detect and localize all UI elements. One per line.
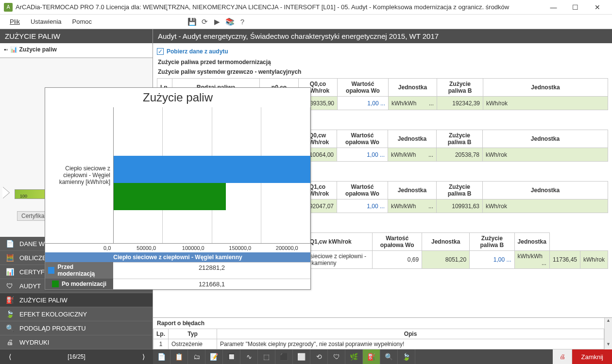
section-title: Zużycie paliwa przed termomodernizacją <box>157 57 608 67</box>
chart-plot-area <box>113 107 310 243</box>
tb-rect2-icon[interactable]: ⬛ <box>275 349 293 364</box>
tb-rect3-icon[interactable]: ⬜ <box>293 349 310 364</box>
bottom-toolbar: 📄 📋 🗂 📝 🔲 ∿ ⬚ ⬛ ⬜ ⟲ 🛡 🌿 ⛽ 🔍 🍃 🖨 Zamknij <box>153 349 612 364</box>
tb-doc-icon[interactable]: 📄 <box>153 349 170 364</box>
tb-wave-icon[interactable]: ∿ <box>240 349 258 364</box>
leaf-icon: 🍃 <box>5 310 15 318</box>
shield-icon: 🛡 <box>5 282 15 290</box>
nav-zuzycie-paliw[interactable]: ⛽ZUŻYCIE PALIW <box>0 293 153 307</box>
tree-collapse-icon[interactable]: ▪▫ <box>4 46 8 53</box>
window-title: ArCADia-TERMOCAD PRO 7.0 Licencja dla: W… <box>16 3 543 11</box>
nav-podglad[interactable]: 🔍PODGLĄD PROJEKTU <box>0 321 153 335</box>
tree-view[interactable]: ▪▫ 📊 Zużycie paliw <box>0 43 153 58</box>
nav-efekt-eko[interactable]: 🍃EFEKT EKOLOGICZNY <box>0 307 153 321</box>
error-panel-title: Raport o błędach <box>153 318 612 329</box>
book-icon[interactable]: 📚 <box>224 16 236 28</box>
minimize-button[interactable]: — <box>543 0 564 14</box>
swatch-green-icon <box>52 281 59 287</box>
checkbox-label: Pobierz dane z audytu <box>167 48 228 55</box>
refresh-icon[interactable]: ⟳ <box>199 16 210 28</box>
pager-info: [16/25] <box>19 353 134 360</box>
col-jed2: Jednostka <box>483 79 608 97</box>
menu-file[interactable]: Plik <box>5 16 25 27</box>
error-panel: Raport o błędach Lp. Typ Opis 1 Ostrzeże… <box>153 317 612 349</box>
chart-icon: 📊 <box>5 268 15 276</box>
play-icon[interactable]: ▶ <box>211 16 223 28</box>
calc-icon: 🧮 <box>5 254 15 262</box>
save-icon[interactable]: 💾 <box>186 16 198 28</box>
tb-fuel-icon[interactable]: ⛽ <box>363 349 380 364</box>
print-button[interactable]: 🖨 <box>553 349 572 364</box>
legend-value-before: 212881,2 <box>113 262 310 279</box>
tb-window-icon[interactable]: 🔲 <box>223 349 240 364</box>
cell-jed2: kWh/rok <box>483 97 608 110</box>
menu-bar: Plik Ustawienia Pomoc 💾 ⟳ ▶ 📚 ? <box>0 15 612 29</box>
tb-edit-icon[interactable]: 📝 <box>205 349 223 364</box>
app-logo-icon: A <box>4 3 13 12</box>
chart-legend-header: Ciepło sieciowe z ciepłowni - Węgiel kam… <box>45 252 310 262</box>
maximize-button[interactable]: ☐ <box>564 0 586 14</box>
close-button[interactable]: Zamknij <box>572 349 612 364</box>
chart-popup: Zużycie paliw Ciepło sieciowe z ciepłown… <box>45 87 311 290</box>
tree-item-fuel[interactable]: ▪▫ 📊 Zużycie paliw <box>4 46 149 53</box>
legend-value-after: 121668,1 <box>113 279 310 289</box>
fuel-icon: ⛽ <box>5 296 15 304</box>
cell-wo[interactable]: 1,00 ... <box>338 97 389 110</box>
checkbox-icon[interactable]: ✓ <box>157 48 164 55</box>
pager-prev-button[interactable]: ⟨ <box>0 353 19 361</box>
bar-before <box>114 156 310 183</box>
chart-title: Zużycie paliw <box>45 88 310 107</box>
import-checkbox-row[interactable]: ✓ Pobierz dane z audytu <box>157 46 608 57</box>
col-jed: Jednostka <box>389 79 437 97</box>
swatch-blue-icon <box>48 267 54 274</box>
document-icon: 📄 <box>5 240 15 248</box>
tree-item-label: Zużycie paliw <box>19 46 57 53</box>
report-icon: 📊 <box>10 46 17 53</box>
tb-shield-icon[interactable]: 🛡 <box>328 349 345 364</box>
tb-refresh2-icon[interactable]: ⟲ <box>310 349 328 364</box>
print-icon: 🖨 <box>5 338 15 346</box>
col-wo: Wartość opałowa Wo <box>338 79 389 97</box>
tb-search-icon[interactable]: 🔍 <box>380 349 398 364</box>
left-panel-title: ZUŻYCIE PALIW <box>0 29 153 43</box>
pager-next-button[interactable]: ⟩ <box>134 353 153 361</box>
tb-eco-icon[interactable]: 🌿 <box>345 349 363 364</box>
menu-help[interactable]: Pomoc <box>68 16 97 27</box>
tb-clipboard-icon[interactable]: 📋 <box>170 349 188 364</box>
preview-icon: 🔍 <box>5 324 15 332</box>
bar-after <box>114 183 226 210</box>
menu-settings[interactable]: Ustawienia <box>26 16 67 27</box>
chart-legend: Przed modernizacją 212881,2 Po moderniza… <box>45 262 310 289</box>
tab-certificate[interactable]: Certyfika <box>17 211 49 221</box>
section-subtitle: Zużycie paliw systemów grzewczo - wentyl… <box>157 67 608 78</box>
close-window-button[interactable]: ✕ <box>586 0 608 14</box>
chart-x-axis: 0,0 50000,0 100000,0 150000,0 200000,0 <box>45 243 310 252</box>
scrollbar[interactable]: ▲▼ <box>604 318 612 349</box>
title-bar: A ArCADia-TERMOCAD PRO 7.0 Licencja dla:… <box>0 0 612 15</box>
nav-wydruki[interactable]: 🖨WYDRUKI <box>0 335 153 349</box>
error-row[interactable]: 1 Ostrzeżenie Parametr "Mostek cieplny p… <box>153 339 604 349</box>
content-title: Audyt - Audyt energetyczny, Świadectwo c… <box>153 29 612 43</box>
help-icon[interactable]: ? <box>237 16 248 28</box>
tb-folder-icon[interactable]: 🗂 <box>188 349 205 364</box>
cell-b: 192342,39 <box>437 97 483 110</box>
pager: ⟨ [16/25] ⟩ <box>0 349 153 364</box>
tb-leaf2-icon[interactable]: 🍃 <box>398 349 415 364</box>
chart-y-label: Ciepło sieciowe z ciepłowni - Węgiel kam… <box>45 107 113 243</box>
arrow-icon <box>2 187 9 199</box>
col-b: Zużycie paliwa B <box>437 79 483 97</box>
cell-jed[interactable]: kWh/kWh... <box>389 97 437 110</box>
error-table: Lp. Typ Opis 1 Ostrzeżenie Parametr "Mos… <box>153 329 604 349</box>
tb-rect1-icon[interactable]: ⬚ <box>258 349 275 364</box>
